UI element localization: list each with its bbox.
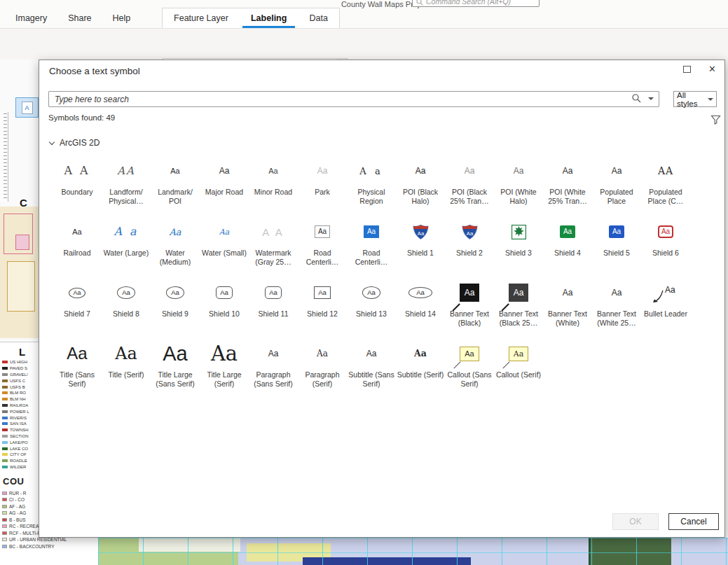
symbol-item[interactable]: AALandform/ Physical… <box>102 151 151 211</box>
symbol-label: Shield 14 <box>396 307 445 324</box>
symbol-label: Shield 7 <box>53 307 102 324</box>
map-view-bottom <box>98 538 728 565</box>
symbol-item[interactable]: AaShield 7 <box>53 272 102 333</box>
symbol-item[interactable]: AaTitle (Sans Serif) <box>53 333 102 394</box>
symbol-preview: Aa <box>249 156 298 186</box>
ribbon-controls-row: In Beyond <None> Out Beyond <None> Clear… <box>0 28 728 60</box>
symbol-item[interactable]: AaCallout (Sans Serif) <box>445 333 494 394</box>
symbol-label: Subtitle (Serif) <box>396 368 445 385</box>
symbol-item[interactable]: AaShield 9 <box>151 272 200 333</box>
vertical-ruler <box>0 112 8 202</box>
legend-swatch <box>2 367 8 370</box>
symbol-label: Shield 1 <box>396 246 445 263</box>
command-search-box[interactable]: Command Search (Alt+Q) <box>412 0 540 7</box>
ribbon-tab-feature-layer[interactable]: Feature Layer <box>165 8 237 28</box>
legend-label: US HIGH <box>10 360 27 364</box>
search-icon[interactable] <box>632 94 641 103</box>
symbol-item[interactable]: AaTitle (Serif) <box>102 333 151 394</box>
symbol-item[interactable]: AaShield 6 <box>641 211 690 272</box>
symbol-item[interactable]: AaWater (Small) <box>200 211 249 272</box>
symbol-item[interactable]: AaShield 12 <box>298 272 347 333</box>
zoning-swatch <box>2 531 7 535</box>
menu-tab-help[interactable]: Help <box>113 13 131 23</box>
zoning-swatch <box>2 505 7 508</box>
symbol-preview: Aa <box>298 278 347 307</box>
symbol-item[interactable]: AaRailroad <box>53 211 102 272</box>
symbol-item[interactable]: A aWater (Large) <box>102 211 151 272</box>
symbol-label: Paragraph (Serif) <box>298 368 347 394</box>
symbol-item[interactable]: AaShield 11 <box>249 272 298 333</box>
ribbon-tab-data[interactable]: Data <box>301 8 336 28</box>
ribbon-top: ImageryShareHelp Feature LayerLabelingDa… <box>0 0 728 28</box>
symbol-item[interactable]: AaRoad Centerli… <box>298 211 347 272</box>
symbol-item[interactable]: AaBanner Text (Black) <box>445 272 494 333</box>
section-arcgis-2d[interactable]: ArcGIS 2D <box>50 138 724 148</box>
selected-layout-tool[interactable]: A <box>15 97 39 118</box>
symbol-item[interactable]: AaTitle Large (Sans Serif) <box>151 333 200 394</box>
menu-tab-imagery[interactable]: Imagery <box>15 13 47 23</box>
symbol-item[interactable]: AaTitle Large (Serif) <box>200 333 249 394</box>
symbol-search-input[interactable] <box>48 91 659 107</box>
symbol-item[interactable]: AaPopulated Place <box>592 151 641 211</box>
symbol-label: Road Centerli… <box>298 246 347 272</box>
close-icon[interactable]: ✕ <box>708 64 716 74</box>
legend-swatch <box>2 447 8 450</box>
symbol-item[interactable]: AaBanner Text (White) <box>543 272 592 333</box>
symbol-item[interactable]: AaWater (Medium) <box>151 211 200 272</box>
symbol-item[interactable]: Shield 3 <box>494 211 543 272</box>
symbol-item[interactable]: AaBanner Text (White 25… <box>592 272 641 333</box>
symbol-item[interactable]: AaShield 2 <box>445 211 494 272</box>
symbol-preview: Aa <box>543 278 592 307</box>
symbol-item[interactable]: AaLandmark/ POI <box>151 151 200 211</box>
symbol-item[interactable]: AaBullet Leader <box>641 272 690 333</box>
symbol-item[interactable]: AaSubtitle (Sans Serif) <box>347 333 396 394</box>
symbol-item[interactable]: A aPhysical Region <box>347 151 396 211</box>
legend-swatch <box>2 453 8 456</box>
symbol-item[interactable]: AaBanner Text (Black 25… <box>494 272 543 333</box>
arcgis-pro-window: ImageryShareHelp Feature LayerLabelingDa… <box>0 0 728 565</box>
symbol-item[interactable]: AaCallout (Serif) <box>494 333 543 394</box>
symbol-item[interactable]: AaShield 8 <box>102 272 151 333</box>
legend-label: RAILROA <box>10 403 28 407</box>
symbol-item[interactable]: AaShield 1 <box>396 211 445 272</box>
menu-tab-share[interactable]: Share <box>68 13 91 23</box>
symbol-preview: Aa <box>543 217 592 246</box>
symbol-item[interactable]: AaShield 5 <box>592 211 641 272</box>
symbol-preview: A A <box>53 156 102 186</box>
legend-swatch <box>2 404 8 407</box>
symbol-preview: Aa <box>200 156 249 186</box>
symbol-item[interactable]: AaPOI (White 25% Tran… <box>543 151 592 211</box>
cancel-button[interactable]: Cancel <box>668 513 719 530</box>
symbol-item[interactable]: AaParagraph (Serif) <box>298 333 347 394</box>
style-filter-dropdown[interactable]: All styles <box>673 91 717 107</box>
menu-tab-bar: ImageryShareHelp <box>15 13 130 23</box>
chevron-down-icon[interactable] <box>648 97 654 100</box>
symbol-item[interactable]: A AWatermark (Gray 25… <box>249 211 298 272</box>
maximize-icon[interactable] <box>683 66 691 73</box>
ribbon-tab-labeling[interactable]: Labeling <box>242 8 295 28</box>
map-parcel-fill <box>15 235 29 250</box>
symbol-item[interactable]: AaShield 14 <box>396 272 445 333</box>
symbol-item[interactable]: AaSubtitle (Serif) <box>396 333 445 394</box>
legend-label: ROADLE <box>10 459 27 463</box>
dialog-titlebar[interactable]: Choose a text symbol ✕ <box>39 60 724 83</box>
symbol-item[interactable]: AaShield 4 <box>543 211 592 272</box>
symbol-item[interactable]: AaPOI (White Halo) <box>494 151 543 211</box>
filter-funnel-icon[interactable] <box>710 115 721 125</box>
symbol-item[interactable]: AaShield 10 <box>200 272 249 333</box>
symbol-item[interactable]: AaParagraph (Sans Serif) <box>249 333 298 394</box>
symbol-item[interactable]: AaMajor Road <box>200 151 249 211</box>
symbol-item[interactable]: AaPOI (Black 25% Tran… <box>445 151 494 211</box>
symbol-item[interactable]: AaMinor Road <box>249 151 298 211</box>
ok-button[interactable]: OK <box>612 513 659 530</box>
symbol-item[interactable]: A ABoundary <box>53 151 102 211</box>
symbol-item[interactable]: AAPopulated Place (C… <box>641 151 690 211</box>
symbol-preview: Aa <box>151 339 200 368</box>
symbol-item[interactable]: AaPOI (Black Halo) <box>396 151 445 211</box>
symbol-item[interactable]: AaRoad Centerli… <box>347 211 396 272</box>
ribbon-tab-strip: Feature LayerLabelingData <box>162 8 340 28</box>
symbol-preview: AA <box>102 156 151 186</box>
legend-swatch <box>2 417 8 419</box>
symbol-item[interactable]: AaPark <box>298 151 347 211</box>
symbol-item[interactable]: AaShield 13 <box>347 272 396 333</box>
